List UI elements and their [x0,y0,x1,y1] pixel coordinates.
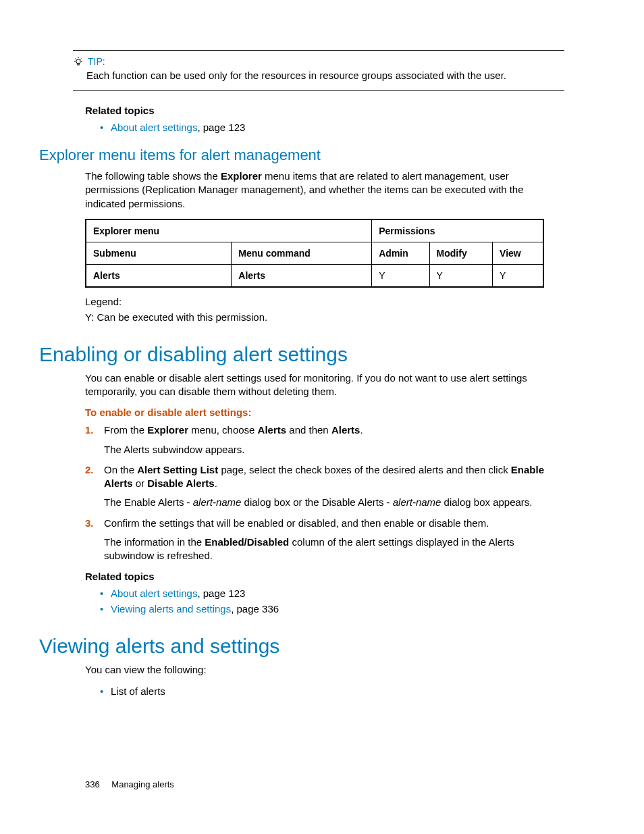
paragraph: The following table shows the Explorer m… [85,170,564,211]
link-suffix: , page 336 [231,603,279,615]
related-topics-list: About alert settings, page 123 Viewing a… [100,588,564,615]
link-suffix: , page 123 [197,122,245,133]
svg-rect-1 [78,63,79,65]
section-heading-enable: Enabling or disabling alert settings [39,343,564,366]
legend-text: Y: Can be executed with this permission. [85,311,564,323]
text: and then [286,424,331,436]
text-bold: Explorer [221,170,262,182]
section-heading-viewing: Viewing alerts and settings [39,635,564,658]
cell-modify: Y [429,264,493,287]
page-number: 336 [85,779,100,789]
step-2: On the Alert Setting List page, select t… [85,463,564,510]
text: List of alerts [111,685,165,697]
link-about-alert-settings[interactable]: About alert settings [111,122,197,133]
paragraph: You can view the following: [85,663,564,677]
lightbulb-icon [73,56,84,67]
text-bold: Alerts [331,424,360,436]
link-about-alert-settings[interactable]: About alert settings [111,588,197,599]
list-item: About alert settings, page 123 [100,588,564,599]
svg-line-5 [76,59,77,60]
page-footer: 336 Managing alerts [85,779,174,789]
related-topics-heading: Related topics [85,105,564,116]
svg-point-0 [76,59,80,63]
legend-label: Legend: [85,296,564,307]
step-1: From the Explorer menu, choose Alerts an… [85,423,564,457]
paragraph: You can enable or disable alert settings… [85,371,564,399]
th-submenu: Submenu [86,242,232,264]
cell-command: Alerts [238,270,265,281]
th-admin: Admin [372,242,429,264]
text: dialog box appears. [441,496,532,508]
text-italic: alert-name [193,496,242,508]
procedure-heading: To enable or disable alert settings: [85,407,564,418]
th-explorer-menu: Explorer menu [86,219,372,242]
th-modify: Modify [429,242,493,264]
related-topics-heading: Related topics [85,571,564,582]
step-result: The Alerts subwindow appears. [104,443,564,457]
tip-box: TIP: Each function can be used only for … [73,50,564,91]
cell-submenu: Alerts [93,270,120,281]
text: page, select the check boxes of the desi… [218,464,511,475]
text: dialog box or the Disable Alerts - [241,496,392,508]
th-view: View [493,242,543,264]
text: The Enable Alerts - [104,496,193,508]
th-menu-command: Menu command [232,242,372,264]
text: or [133,477,148,489]
list-item: About alert settings, page 123 [100,122,564,133]
procedure-steps: From the Explorer menu, choose Alerts an… [85,423,564,563]
view-list: List of alerts [100,685,564,697]
chapter-title: Managing alerts [111,779,174,789]
text-bold: Enabled/Disabled [205,536,289,548]
text-bold: Disable Alerts [147,477,215,489]
list-item: Viewing alerts and settings, page 336 [100,603,564,615]
text: The following table shows the [85,170,221,182]
step-3: Confirm the settings that will be enable… [85,517,564,563]
cell-admin: Y [372,264,429,287]
table-row: Alerts Alerts Y Y Y [86,264,543,287]
step-result: The information in the Enabled/Disabled … [104,536,564,563]
text: . [360,424,363,436]
tip-label: TIP: [88,56,105,67]
text-bold: Explorer [147,424,188,436]
link-suffix: , page 123 [197,588,245,599]
list-item: List of alerts [100,685,564,697]
cell-view: Y [493,264,543,287]
svg-line-6 [80,59,82,60]
text-bold: Alerts [258,424,287,436]
permissions-table: Explorer menu Permissions Submenu Menu c… [85,219,544,288]
step-result: The Enable Alerts - alert-name dialog bo… [104,496,564,509]
link-viewing-alerts[interactable]: Viewing alerts and settings [111,603,231,615]
text: The information in the [104,536,205,548]
text: Confirm the settings that will be enable… [104,517,489,529]
text: menu, choose [188,424,258,436]
text-bold: Alert Setting List [137,464,218,475]
text: On the [104,464,137,475]
text: From the [104,424,147,436]
text: . [215,477,217,489]
section-heading-explorer: Explorer menu items for alert management [39,147,564,164]
related-topics-list: About alert settings, page 123 [100,122,564,133]
text-italic: alert-name [393,496,441,508]
tip-body: Each function can be used only for the r… [86,70,564,81]
th-permissions: Permissions [372,219,543,242]
